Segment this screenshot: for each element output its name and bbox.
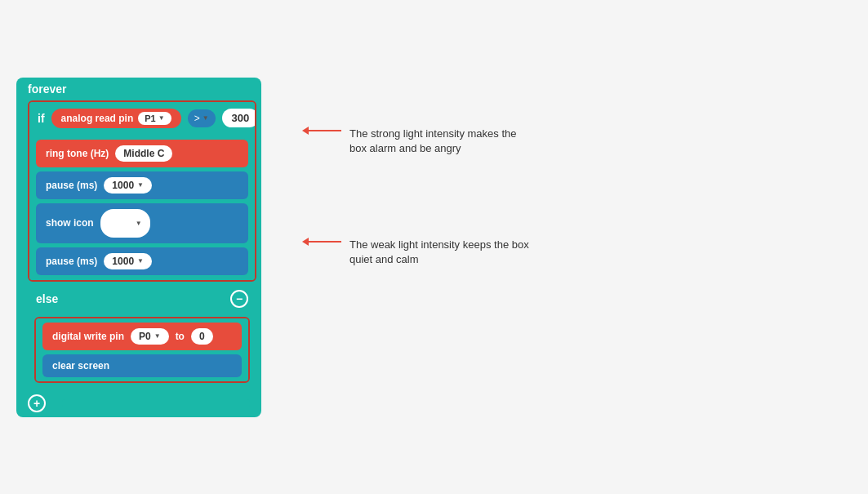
blocks-area: forever if analog read pin P1 ▼ — [16, 78, 261, 417]
pause2-arrow: ▼ — [137, 257, 144, 265]
first-arrow-line — [309, 130, 341, 131]
second-annotation-arrow — [302, 238, 341, 246]
else-body: digital write pin P0 ▼ to 0 — [28, 313, 256, 389]
clear-screen-block[interactable]: clear screen — [42, 354, 242, 377]
middle-c-label: Middle C — [123, 148, 164, 159]
to-value-pill[interactable]: 0 — [191, 328, 213, 345]
analog-read-pill[interactable]: analog read pin P1 ▼ — [51, 109, 181, 128]
main-container: forever if analog read pin P1 ▼ — [16, 78, 531, 417]
pin1-label: P1 — [145, 113, 155, 123]
operator-label: > — [194, 113, 200, 124]
pin0-label: P0 — [139, 331, 151, 342]
else-label: else — [36, 292, 58, 305]
middle-c-pill[interactable]: Middle C — [115, 145, 172, 162]
forever-block: forever — [16, 78, 261, 100]
pause2-value: 1000 — [112, 256, 134, 267]
analog-read-label: analog read pin — [61, 113, 134, 124]
second-arrowhead — [302, 238, 309, 246]
to-value: 0 — [199, 331, 205, 342]
first-arrowhead — [302, 127, 309, 135]
first-annotation-text: The strong light intensity makes the box… — [349, 127, 531, 156]
annotations-area: The strong light intensity makes the box… — [286, 78, 531, 268]
pin1-dropdown[interactable]: P1 ▼ — [138, 112, 171, 125]
forever-label: forever — [28, 82, 66, 96]
plus-button[interactable]: + — [28, 394, 46, 412]
if-label: if — [38, 112, 45, 125]
pause1-arrow: ▼ — [137, 181, 144, 189]
else-inner-box: digital write pin P0 ▼ to 0 — [34, 317, 250, 383]
bottom-bar: + — [16, 389, 261, 417]
icon-pill[interactable]: ▼ — [100, 209, 150, 238]
pause1-value-pill[interactable]: 1000 ▼ — [104, 177, 152, 194]
clear-screen-label: clear screen — [52, 360, 109, 372]
minus-button[interactable]: − — [230, 290, 248, 308]
operator-arrow: ▼ — [203, 114, 209, 122]
pause2-label: pause (ms) — [46, 256, 97, 267]
digital-write-block[interactable]: digital write pin P0 ▼ to 0 — [42, 323, 242, 350]
second-annotation-text: The weak light intensity keeps the box q… — [349, 238, 531, 267]
second-annotation: The weak light intensity keeps the box q… — [302, 238, 531, 267]
ring-tone-label: ring tone (Hz) — [46, 148, 109, 159]
pin0-dropdown[interactable]: P0 ▼ — [131, 328, 169, 345]
icon-arrow: ▼ — [136, 220, 142, 227]
operator-dropdown[interactable]: > ▼ — [188, 109, 216, 127]
first-annotation-arrow — [302, 127, 341, 135]
ring-tone-block[interactable]: ring tone (Hz) Middle C — [36, 140, 248, 167]
first-annotation: The strong light intensity makes the box… — [302, 127, 531, 156]
if-section: if analog read pin P1 ▼ > ▼ 30 — [28, 100, 256, 282]
pause1-value: 1000 — [112, 180, 134, 191]
forever-inner: if analog read pin P1 ▼ > ▼ 30 — [16, 100, 261, 389]
pin0-arrow: ▼ — [154, 332, 161, 340]
pause1-block[interactable]: pause (ms) 1000 ▼ — [36, 171, 248, 199]
pause2-block[interactable]: pause (ms) 1000 ▼ — [36, 247, 248, 275]
pause1-label: pause (ms) — [46, 180, 97, 191]
to-label: to — [176, 331, 185, 342]
pause2-value-pill[interactable]: 1000 ▼ — [104, 253, 152, 269]
icon-grid — [109, 211, 132, 235]
else-inner-body: digital write pin P0 ▼ to 0 — [36, 318, 248, 381]
pin1-arrow: ▼ — [158, 114, 165, 122]
show-icon-label: show icon — [46, 217, 94, 229]
second-arrow-line — [309, 241, 341, 243]
if-body: ring tone (Hz) Middle C pause (ms) 1000 … — [29, 135, 255, 280]
show-icon-block[interactable]: show icon ▼ — [36, 203, 248, 243]
value-label: 300 — [232, 112, 250, 124]
value-pill[interactable]: 300 — [222, 109, 256, 127]
digital-write-label: digital write pin — [52, 331, 124, 342]
bottom-teal-bar — [62, 399, 250, 407]
if-header: if analog read pin P1 ▼ > ▼ 30 — [29, 102, 255, 135]
else-header: else − — [28, 285, 256, 313]
